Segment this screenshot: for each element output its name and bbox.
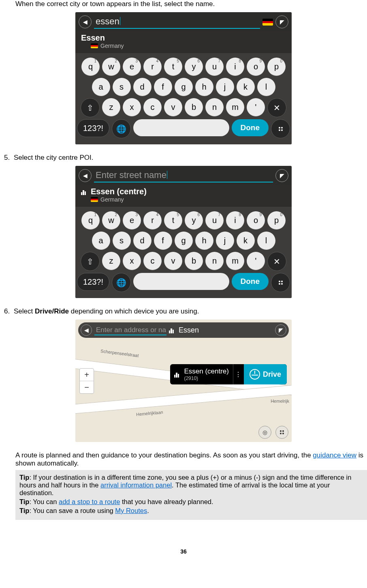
backspace-key[interactable]: ✕ <box>267 252 286 271</box>
backspace-key[interactable]: ✕ <box>267 98 286 117</box>
nav-arrow-icon[interactable]: ◤ <box>275 169 288 182</box>
steering-wheel-icon <box>250 369 260 380</box>
result-info[interactable]: Essen (centre) (2910) <box>170 364 233 384</box>
key-s[interactable]: s <box>113 232 131 250</box>
key-s[interactable]: s <box>113 78 131 96</box>
key-w[interactable]: w2 <box>102 58 120 76</box>
search-suggestion[interactable]: Essen (centre) Germany <box>75 185 292 207</box>
key-h[interactable]: h <box>195 78 213 96</box>
key-q[interactable]: q1 <box>81 58 100 76</box>
key-j[interactable]: j <box>216 232 234 250</box>
key-c[interactable]: c <box>143 98 162 116</box>
key-z[interactable]: z <box>102 98 120 116</box>
more-menu-icon[interactable]: ⋮ <box>233 364 244 384</box>
nav-arrow-icon[interactable]: ◤ <box>275 324 286 336</box>
zoom-control: + − <box>79 368 94 394</box>
flag-germany-icon[interactable] <box>262 19 273 26</box>
key-b[interactable]: b <box>185 252 203 270</box>
search-input[interactable]: essen <box>94 15 260 29</box>
key-j[interactable]: j <box>216 78 234 96</box>
key-f[interactable]: f <box>154 78 172 96</box>
key-o[interactable]: o9 <box>247 211 265 230</box>
road-label: Hemelrijk <box>271 399 289 403</box>
key-apostrophe[interactable]: ' <box>247 252 265 270</box>
key-x[interactable]: x <box>123 98 141 116</box>
recenter-icon[interactable]: ◎ <box>258 426 271 439</box>
road-label: Scherpenseelstraat <box>100 348 139 358</box>
menu-dots-key[interactable] <box>271 273 290 292</box>
back-icon[interactable]: ◀ <box>79 15 92 28</box>
screenshot-3: Scherpenseelstraat Hemelrijklaan Hemelri… <box>0 320 367 444</box>
key-m[interactable]: m <box>226 98 244 116</box>
spacebar-key[interactable] <box>133 119 229 136</box>
key-k[interactable]: k <box>237 232 255 250</box>
mode-key[interactable]: 123?! <box>77 273 109 291</box>
key-q[interactable]: q1 <box>81 211 100 230</box>
key-y[interactable]: y6 <box>185 211 203 230</box>
device-keyboard-2: ◀ Enter street name ◤ Essen (centre) Ger… <box>75 166 292 298</box>
back-icon[interactable]: ◀ <box>81 324 92 336</box>
key-e[interactable]: e3 <box>123 58 141 76</box>
done-button[interactable]: Done <box>232 273 269 290</box>
key-d[interactable]: d <box>133 232 151 250</box>
shift-key[interactable]: ⇧ <box>81 98 100 117</box>
key-p[interactable]: p0 <box>267 58 286 76</box>
search-suggestion[interactable]: Essen Germany <box>75 31 292 53</box>
key-k[interactable]: k <box>237 78 255 96</box>
globe-key[interactable]: 🌐 <box>112 119 131 138</box>
key-a[interactable]: a <box>92 232 110 250</box>
key-y[interactable]: y6 <box>185 58 203 76</box>
menu-dots-icon[interactable] <box>275 426 288 439</box>
key-t[interactable]: t5 <box>164 211 182 230</box>
menu-dots-key[interactable] <box>271 119 290 138</box>
zoom-in-button[interactable]: + <box>80 369 94 381</box>
key-z[interactable]: z <box>102 252 120 270</box>
key-i[interactable]: i8 <box>226 58 244 76</box>
arrival-info-panel-link[interactable]: arrival information panel <box>100 481 172 489</box>
key-p[interactable]: p0 <box>267 211 286 230</box>
globe-key[interactable]: 🌐 <box>112 273 131 292</box>
step-6: 6. Select Drive/Ride depending on which … <box>15 307 367 315</box>
add-stop-link[interactable]: add a stop to a route <box>59 498 120 505</box>
done-button[interactable]: Done <box>232 119 269 136</box>
result-title: Essen (centre) <box>184 367 229 376</box>
shift-key[interactable]: ⇧ <box>81 252 100 271</box>
spacebar-key[interactable] <box>133 273 229 290</box>
key-f[interactable]: f <box>154 232 172 250</box>
key-g[interactable]: g <box>175 78 193 96</box>
key-d[interactable]: d <box>133 78 151 96</box>
key-h[interactable]: h <box>195 232 213 250</box>
key-x[interactable]: x <box>123 252 141 270</box>
key-l[interactable]: l <box>257 78 275 96</box>
key-v[interactable]: v <box>164 252 182 270</box>
zoom-out-button[interactable]: − <box>80 381 94 393</box>
key-u[interactable]: u7 <box>205 211 224 230</box>
key-r[interactable]: r4 <box>143 211 162 230</box>
search-input[interactable]: Enter street name <box>94 169 273 182</box>
city-icon <box>81 189 87 195</box>
key-b[interactable]: b <box>185 98 203 116</box>
drive-button[interactable]: Drive <box>244 364 287 384</box>
key-l[interactable]: l <box>257 232 275 250</box>
key-g[interactable]: g <box>175 232 193 250</box>
key-r[interactable]: r4 <box>143 58 162 76</box>
key-c[interactable]: c <box>143 252 162 270</box>
key-t[interactable]: t5 <box>164 58 182 76</box>
my-routes-link[interactable]: My Routes <box>115 507 147 514</box>
nav-arrow-icon[interactable]: ◤ <box>275 15 288 28</box>
key-m[interactable]: m <box>226 252 244 270</box>
key-u[interactable]: u7 <box>205 58 224 76</box>
mode-key[interactable]: 123?! <box>77 119 109 137</box>
back-icon[interactable]: ◀ <box>79 169 92 182</box>
guidance-view-link[interactable]: guidance view <box>313 451 356 459</box>
key-n[interactable]: n <box>205 98 224 116</box>
key-e[interactable]: e3 <box>123 211 141 230</box>
key-v[interactable]: v <box>164 98 182 116</box>
search-input[interactable]: Enter an address or nam <box>94 325 166 335</box>
key-w[interactable]: w2 <box>102 211 120 230</box>
key-n[interactable]: n <box>205 252 224 270</box>
key-o[interactable]: o9 <box>247 58 265 76</box>
key-a[interactable]: a <box>92 78 110 96</box>
key-i[interactable]: i8 <box>226 211 244 230</box>
key-apostrophe[interactable]: ' <box>247 98 265 116</box>
